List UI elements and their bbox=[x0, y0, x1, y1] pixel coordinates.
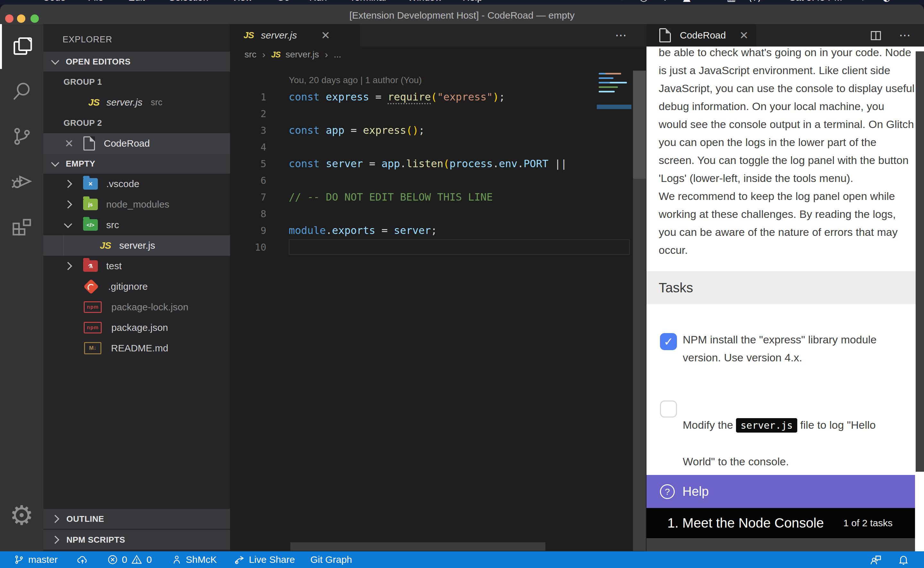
person-icon bbox=[172, 554, 182, 565]
code-line-7[interactable]: 7// -- DO NOT EDIT BELOW THIS LINE bbox=[230, 189, 647, 205]
code-line-6[interactable]: 6 bbox=[230, 172, 647, 189]
tab-serverjs[interactable]: JS server.js ✕ bbox=[230, 24, 360, 47]
search-icon bbox=[11, 80, 33, 103]
code-line-3[interactable]: 3const app = express(); bbox=[230, 122, 647, 139]
line-number: 5 bbox=[230, 156, 266, 172]
outline-section-header[interactable]: OUTLINE bbox=[43, 509, 230, 529]
menubar-status-icon[interactable]: ▲ bbox=[683, 0, 690, 5]
menu-item-help[interactable]: Help bbox=[463, 0, 482, 5]
tree-item-node-modules[interactable]: js node_modules bbox=[43, 194, 230, 215]
open-editors-header[interactable]: OPEN EDITORS bbox=[43, 52, 230, 71]
tree-item-package-lock[interactable]: npm package-lock.json bbox=[43, 297, 230, 317]
code-line-9[interactable]: 9module.exports = server; bbox=[230, 222, 647, 239]
menubar-right-icon[interactable]: ⌕ bbox=[862, 0, 868, 5]
tab-coderoad[interactable]: CodeRoad ✕ bbox=[647, 24, 756, 47]
menubar-status-icon[interactable]: ↻ bbox=[618, 0, 626, 5]
statusbar-feedback[interactable] bbox=[870, 554, 882, 566]
breadcrumb[interactable]: src › JS server.js › ... bbox=[230, 47, 647, 63]
menubar-right-icon[interactable]: ◐ bbox=[882, 0, 891, 5]
task2-checkbox[interactable] bbox=[660, 400, 677, 417]
split-editor-icon[interactable] bbox=[870, 30, 882, 42]
code-line-1[interactable]: 1const express = require("express"); bbox=[230, 89, 647, 105]
minimap-slider[interactable] bbox=[597, 104, 632, 109]
breadcrumb-src[interactable]: src bbox=[244, 50, 256, 60]
gear-icon: ⚙ bbox=[10, 502, 34, 529]
editor-horizontal-scrollbar[interactable] bbox=[290, 542, 546, 551]
open-editor-serverjs[interactable]: JS server.js src bbox=[43, 92, 230, 113]
error-count: 0 bbox=[122, 554, 127, 565]
menu-item-file[interactable]: File bbox=[88, 0, 103, 5]
task2-text-post: file to log "Hello bbox=[797, 419, 876, 431]
scrollbar-thumb[interactable] bbox=[633, 71, 646, 179]
close-tab-icon[interactable]: ✕ bbox=[739, 30, 749, 41]
menu-item-selection[interactable]: Selection bbox=[169, 0, 208, 5]
tree-item-vscode[interactable]: ✕ .vscode bbox=[43, 174, 230, 194]
menu-row: ● CodeFileEditSelectionViewGoRunTerminal… bbox=[0, 0, 924, 5]
editor-actions-more[interactable]: ⋯ bbox=[615, 24, 627, 47]
code-text: // -- DO NOT EDIT BELOW THIS LINE bbox=[289, 191, 493, 203]
menubar-clock[interactable]: Sat 5:45 PM bbox=[789, 0, 842, 5]
editor-group: JS server.js ✕ ⋯ src › JS server.js › ..… bbox=[230, 24, 647, 551]
code-line-4[interactable]: 4 bbox=[230, 139, 647, 155]
tree-item-readme[interactable]: M↓ README.md bbox=[43, 338, 230, 358]
menu-item-go[interactable]: Go bbox=[277, 0, 290, 5]
code-line-8[interactable]: 8 bbox=[230, 205, 647, 222]
menu-item-edit[interactable]: Edit bbox=[128, 0, 145, 5]
menu-item-view[interactable]: View bbox=[232, 0, 252, 5]
minimap[interactable] bbox=[597, 70, 632, 144]
tree-item-package-json[interactable]: npm package.json bbox=[43, 317, 230, 338]
help-bar[interactable]: ? Help bbox=[647, 475, 915, 508]
tree-item-label: README.md bbox=[111, 343, 168, 353]
menubar-right-icon[interactable]: ≔ bbox=[902, 0, 912, 5]
menubar-status-icon[interactable]: ▭ bbox=[770, 0, 779, 5]
breadcrumb-file[interactable]: server.js bbox=[286, 50, 319, 60]
statusbar-notifications[interactable] bbox=[898, 554, 909, 566]
panel-actions-more[interactable]: ⋯ bbox=[899, 24, 911, 47]
statusbar-user[interactable]: ShMcK bbox=[172, 554, 217, 565]
npm-scripts-section-header[interactable]: NPM SCRIPTS bbox=[43, 530, 230, 550]
tree-item-src[interactable]: </> src bbox=[43, 215, 230, 235]
editor-vertical-scrollbar[interactable] bbox=[633, 71, 646, 551]
tree-item-test[interactable]: ⚗ test bbox=[43, 256, 230, 276]
menu-item-terminal[interactable]: Terminal bbox=[350, 0, 386, 5]
code-editor[interactable]: You, 20 days ago | 1 author (You) 1const… bbox=[230, 63, 647, 551]
menubar-status-icon[interactable]: ▥ bbox=[727, 0, 736, 5]
code-lines: 1const express = require("express");23co… bbox=[230, 89, 647, 255]
open-editor-coderoad[interactable]: ✕ CodeRoad bbox=[43, 133, 230, 154]
close-tab-icon[interactable]: ✕ bbox=[321, 30, 330, 41]
tree-item-label: server.js bbox=[119, 240, 155, 251]
task2-text-pre: Modify the bbox=[683, 419, 736, 431]
webview-scrollbar-thumb[interactable] bbox=[916, 51, 924, 472]
menubar-status-icon[interactable]: ϟ bbox=[661, 0, 668, 5]
menubar-status-icon[interactable]: ✎ bbox=[705, 0, 713, 5]
lesson-progress-bar[interactable]: 1. Meet the Node Console 1 of 2 tasks bbox=[647, 508, 915, 538]
statusbar-branch[interactable]: master bbox=[14, 554, 58, 565]
activity-explorer[interactable] bbox=[0, 24, 43, 69]
code-line-5[interactable]: 5const server = app.listen(process.env.P… bbox=[230, 155, 647, 172]
activity-settings[interactable]: ⚙ bbox=[0, 496, 43, 535]
statusbar-git-graph[interactable]: Git Graph bbox=[310, 554, 352, 565]
title-bar[interactable]: [Extension Development Host] - CodeRoad … bbox=[0, 5, 924, 24]
tree-item-serverjs[interactable]: JS server.js bbox=[43, 235, 230, 256]
activity-search[interactable] bbox=[0, 69, 43, 114]
menu-item-window[interactable]: Window bbox=[408, 0, 442, 5]
activity-source-control[interactable] bbox=[0, 114, 43, 159]
code-line-10[interactable]: 10 bbox=[230, 239, 647, 255]
tab-label: CodeRoad bbox=[680, 30, 726, 41]
code-line-2[interactable]: 2 bbox=[230, 105, 647, 122]
menubar-status-icon[interactable]: ◎ bbox=[639, 0, 648, 5]
task1-checkbox[interactable]: ✓ bbox=[660, 333, 677, 350]
menu-item-run[interactable]: Run bbox=[309, 0, 327, 5]
menubar-status-icon[interactable]: (?) bbox=[749, 0, 761, 5]
statusbar-sync[interactable] bbox=[76, 554, 89, 565]
close-icon[interactable]: ✕ bbox=[65, 138, 74, 149]
statusbar-live-share[interactable]: Live Share bbox=[234, 554, 295, 565]
menu-item-code[interactable]: Code bbox=[43, 0, 66, 5]
breadcrumb-symbol[interactable]: ... bbox=[334, 50, 341, 60]
folder-header-empty[interactable]: EMPTY bbox=[43, 154, 230, 174]
apple-menu-icon[interactable]: ● bbox=[23, 0, 28, 5]
activity-extensions[interactable] bbox=[0, 204, 43, 249]
activity-run-debug[interactable] bbox=[0, 159, 43, 204]
statusbar-problems[interactable]: 0 0 bbox=[107, 554, 152, 565]
tree-item-gitignore[interactable]: .gitignore bbox=[43, 276, 230, 297]
